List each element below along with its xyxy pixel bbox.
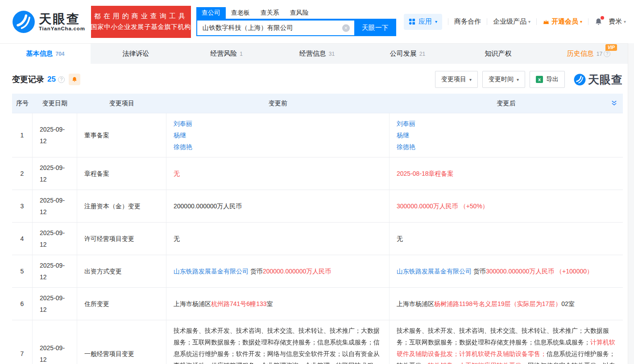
search-tab-boss[interactable]: 查老板 xyxy=(226,7,255,19)
change-date: 2025-09-12 xyxy=(33,157,77,190)
tab-count: 1 xyxy=(240,51,243,57)
help-icon[interactable]: ? xyxy=(58,76,65,83)
vip-badge: VIP xyxy=(605,44,617,51)
tab-development[interactable]: 公司发展21 xyxy=(362,44,453,64)
nav-vip[interactable]: 开通会员 ▾ xyxy=(543,17,582,26)
section-count: 25 xyxy=(47,75,56,84)
search-tab-company[interactable]: 查公司 xyxy=(196,7,226,19)
chevron-down-icon: ▾ xyxy=(435,19,437,24)
section-actions: 变更项目 ▾ 变更时间 ▾ x 导出 天眼查 xyxy=(435,71,623,88)
entity-link[interactable]: 杨继 xyxy=(174,132,186,139)
entity-link[interactable]: 徐德艳 xyxy=(397,143,415,150)
before-value: 技术服务、技术开发、技术咨询、技术交流、技术转让、技术推广；大数据服务；互联网数… xyxy=(166,320,390,364)
tianyancha-logo[interactable]: 天眼查 TianYanCha.com xyxy=(12,10,85,33)
apps-menu[interactable]: 应用 ▾ xyxy=(404,14,442,30)
change-date: 2025-09-12 xyxy=(33,190,77,222)
after-value: 山东铁路发展基金有限公司 货币300000.000000万人民币 （+10000… xyxy=(390,255,623,287)
search-tabs: 查公司查老板查关系查风险 xyxy=(196,7,396,20)
tab-history[interactable]: 历史信息17?VIP xyxy=(543,44,634,64)
search-area: 查公司查老板查关系查风险 × 天眼一下 xyxy=(196,7,396,36)
before-value: 上海市杨浦区杭州路741号6幢133室 xyxy=(166,288,390,320)
search-input[interactable] xyxy=(197,21,354,35)
scrollbar[interactable] xyxy=(628,43,634,364)
search-button[interactable]: 天眼一下 xyxy=(354,20,396,36)
value-text: 无 xyxy=(397,235,403,242)
export-label: 导出 xyxy=(546,75,559,83)
value-text: 杭州路741号6幢133 xyxy=(211,300,267,307)
logo-subtitle: TianYanCha.com xyxy=(39,26,85,31)
tab-label: 经营风险 xyxy=(210,50,237,58)
main-content: 变更记录 25 ? 变更项目 ▾ 变更时间 ▾ x 导出 xyxy=(0,70,634,364)
value-text: 技术服务、技术开发、技术咨询、技术交流、技术转让、技术推广；大数据服务；互联网数… xyxy=(397,327,609,346)
change-date: 2025-09-12 xyxy=(33,255,77,287)
after-value: 2025-08-18章程备案 xyxy=(390,157,623,190)
value-text: 室 xyxy=(267,300,273,307)
entity-link[interactable]: 山东铁路发展基金有限公司 xyxy=(397,268,472,275)
nav-cooperation[interactable]: 商务合作 xyxy=(454,17,481,26)
chevron-down-icon: ▾ xyxy=(469,77,472,82)
row-index: 2 xyxy=(12,157,33,190)
excel-icon: x xyxy=(536,76,543,83)
section-title: 变更记录 xyxy=(12,74,44,85)
value-text: 上海市杨浦区 xyxy=(397,300,434,307)
entity-link[interactable]: 刘奉丽 xyxy=(397,120,415,127)
enterprise-label: 企业级产品 xyxy=(493,17,526,26)
before-value: 200000.000000万人民币 xyxy=(166,190,390,222)
nav-enterprise[interactable]: 企业级产品 ▾ xyxy=(493,17,530,26)
table-body: 12025-09-12董事备案刘奉丽杨继徐德艳刘奉丽杨继徐德艳22025-09-… xyxy=(12,113,623,364)
col-header-date: 变更日期 xyxy=(33,99,77,108)
chevron-down-icon: ▾ xyxy=(517,77,519,82)
search-tab-risk[interactable]: 查风险 xyxy=(285,7,314,19)
table-row: 62025-09-12住所变更上海市杨浦区杭州路741号6幢133室上海市杨浦区… xyxy=(12,288,623,320)
value-text: 200000.000000万人民币 xyxy=(174,203,242,210)
value-text: 货币 xyxy=(472,268,486,275)
before-value: 无 xyxy=(166,223,390,255)
divider xyxy=(536,18,537,25)
filter-change-time-button[interactable]: 变更时间 ▾ xyxy=(482,71,525,88)
logo-text: 天眼查 TianYanCha.com xyxy=(39,12,85,31)
after-value: 刘奉丽杨继徐德艳 xyxy=(390,113,623,157)
help-icon[interactable]: ? xyxy=(604,50,610,57)
row-index: 3 xyxy=(12,190,33,222)
col-header-after: 变更后 xyxy=(390,99,623,108)
tab-lawsuit[interactable]: 法律诉讼 xyxy=(91,44,181,64)
tab-count: 31 xyxy=(329,51,335,57)
section-header: 变更记录 25 ? 变更项目 ▾ 变更时间 ▾ x 导出 xyxy=(12,70,623,88)
nav-user[interactable]: 费米 ▾ xyxy=(609,17,626,26)
entity-link[interactable]: 杨继 xyxy=(397,132,409,139)
notifications-bell[interactable] xyxy=(594,17,603,26)
tab-label: 法律诉讼 xyxy=(123,50,149,58)
notification-dot xyxy=(601,16,604,20)
tab-basic[interactable]: 基本信息704 xyxy=(0,44,91,64)
after-value: 上海市杨浦区杨树浦路1198号名义层19层（实际层为17层）02室 xyxy=(390,288,623,320)
filter-change-item-button[interactable]: 变更项目 ▾ xyxy=(435,71,478,88)
divider xyxy=(487,18,487,25)
value-text: 300000.000000万人民币 （+100000） xyxy=(486,268,593,275)
promo-line-1: 都在用的商业查询工具 xyxy=(94,12,188,21)
chevron-down-icon: ▾ xyxy=(580,19,582,24)
col-header-before: 变更前 xyxy=(166,99,390,108)
tab-operating-risk[interactable]: 经营风险1 xyxy=(181,44,272,64)
entity-link[interactable]: 山东铁路发展基金有限公司 xyxy=(174,268,249,275)
col-header-no: 序号 xyxy=(12,99,33,108)
tab-ip[interactable]: 知识产权 xyxy=(453,44,543,64)
entity-link[interactable]: 刘奉丽 xyxy=(174,120,192,127)
after-value: 300000.0000万人民币 （+50%） xyxy=(390,190,623,222)
table-row: 72025-09-12一般经营项目变更技术服务、技术开发、技术咨询、技术交流、技… xyxy=(12,320,623,364)
tab-label: 基本信息 xyxy=(26,50,53,58)
search-tab-relation[interactable]: 查关系 xyxy=(255,7,285,19)
collapse-all-icon[interactable] xyxy=(611,100,617,108)
crown-icon xyxy=(543,18,550,25)
export-button[interactable]: x 导出 xyxy=(530,71,565,88)
tab-operating-info[interactable]: 经营信息31 xyxy=(272,44,362,64)
change-item: 董事备案 xyxy=(77,113,166,157)
before-value: 无 xyxy=(166,157,390,190)
clear-icon[interactable]: × xyxy=(342,24,350,32)
subscribe-bell-button[interactable] xyxy=(69,74,80,85)
entity-link[interactable]: 徐德艳 xyxy=(174,143,192,150)
logo-title: 天眼查 xyxy=(39,12,85,26)
table-row: 32025-09-12注册资本（金）变更200000.000000万人民币300… xyxy=(12,190,623,223)
value-text: 02室 xyxy=(561,300,575,307)
chevron-down-icon: ▾ xyxy=(624,19,626,24)
after-value: 技术服务、技术开发、技术咨询、技术交流、技术转让、技术推广；大数据服务；互联网数… xyxy=(390,320,623,364)
